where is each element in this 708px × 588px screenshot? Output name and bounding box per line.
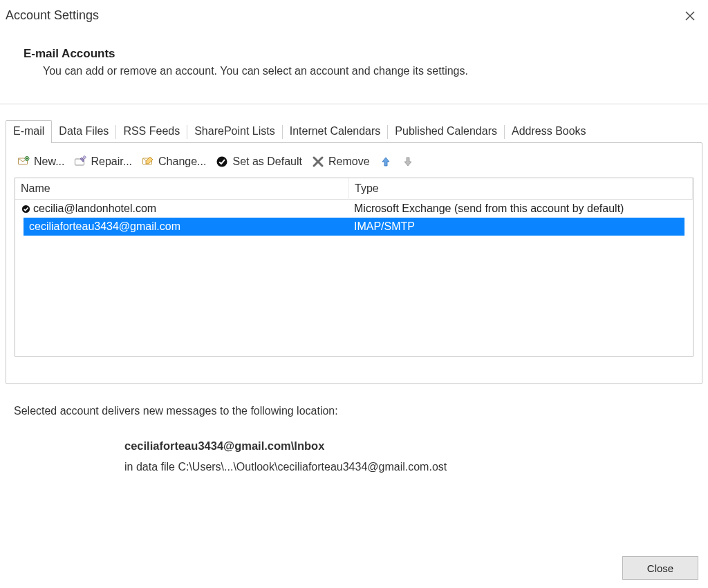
tab-internet-calendars[interactable]: Internet Calendars [283,120,388,143]
toolbar-label: Change... [158,155,206,168]
tab-sharepoint-lists[interactable]: SharePoint Lists [187,120,282,143]
header-subheading: You can add or remove an account. You ca… [24,65,701,77]
dialog-footer: Close [622,556,698,580]
account-name: cecilia@landonhotel.com [33,202,156,215]
toolbar-label: Set as Default [232,155,302,168]
tab-panel-email: New... Repair... Change... [6,142,702,384]
arrow-up-icon [380,155,392,168]
remove-icon [312,155,324,168]
tab-label: RSS Feeds [123,125,180,137]
tab-label: Data Files [59,125,109,137]
header-block: E-mail Accounts You can add or remove an… [0,25,708,91]
new-account-button[interactable]: New... [17,155,64,168]
tabs-container: E-mail Data Files RSS Feeds SharePoint L… [6,120,702,384]
default-account-icon [21,204,30,214]
tab-rss-feeds[interactable]: RSS Feeds [116,120,187,143]
tab-data-files[interactable]: Data Files [52,120,115,143]
column-header-name[interactable]: Name [15,178,349,200]
svg-point-12 [21,205,29,212]
change-account-button[interactable]: Change... [142,155,206,168]
tabstrip: E-mail Data Files RSS Feeds SharePoint L… [6,120,702,142]
svg-point-9 [217,157,227,167]
accounts-header: Name Type [15,178,693,200]
change-icon [142,155,154,168]
close-icon [685,11,695,23]
tab-label: Internet Calendars [290,125,381,137]
delivery-info: Selected account delivers new messages t… [14,405,700,473]
account-row[interactable]: ceciliaforteau3434@gmail.com IMAP/SMTP [24,218,684,236]
remove-account-button[interactable]: Remove [312,155,370,168]
tab-email[interactable]: E-mail [6,120,52,143]
column-header-type[interactable]: Type [349,178,693,200]
window-close-button[interactable] [682,8,698,25]
account-row[interactable]: cecilia@landonhotel.com Microsoft Exchan… [15,200,693,218]
delivery-label: Selected account delivers new messages t… [14,405,700,417]
window-title: Account Settings [6,8,99,23]
set-default-button[interactable]: Set as Default [216,155,302,168]
accounts-toolbar: New... Repair... Change... [15,151,693,178]
delivery-location-path: ceciliaforteau3434@gmail.com\Inbox [124,439,700,453]
tab-address-books[interactable]: Address Books [505,120,593,143]
titlebar: Account Settings [0,0,708,25]
check-circle-icon [216,155,228,168]
accounts-body: cecilia@landonhotel.com Microsoft Exchan… [15,200,693,356]
tab-label: SharePoint Lists [194,125,275,137]
account-name: ceciliaforteau3434@gmail.com [29,220,180,233]
account-settings-dialog: Account Settings E-mail Accounts You can… [0,0,708,588]
toolbar-label: New... [34,155,64,168]
header-heading: E-mail Accounts [24,47,701,61]
delivery-datafile: in data file C:\Users\...\Outlook\cecili… [124,461,700,473]
repair-icon [74,155,86,168]
toolbar-label: Repair... [91,155,132,168]
delivery-location: ceciliaforteau3434@gmail.com\Inbox in da… [14,439,700,473]
tab-label: Published Calendars [395,125,497,137]
repair-account-button[interactable]: Repair... [74,155,132,168]
move-down-button[interactable] [402,155,414,168]
arrow-down-icon [402,155,414,168]
tab-label: E-mail [13,125,44,137]
divider [0,104,708,104]
tab-published-calendars[interactable]: Published Calendars [388,120,504,143]
accounts-table: Name Type cecilia@landonhotel.com Micros… [15,178,693,357]
svg-rect-7 [83,155,86,159]
toolbar-label: Remove [328,155,370,168]
account-type: Microsoft Exchange (send from this accou… [354,202,624,215]
close-button[interactable]: Close [622,556,698,580]
tab-label: Address Books [512,125,586,137]
account-type: IMAP/SMTP [354,220,415,233]
move-up-button[interactable] [380,155,392,168]
mail-new-icon [17,155,30,168]
